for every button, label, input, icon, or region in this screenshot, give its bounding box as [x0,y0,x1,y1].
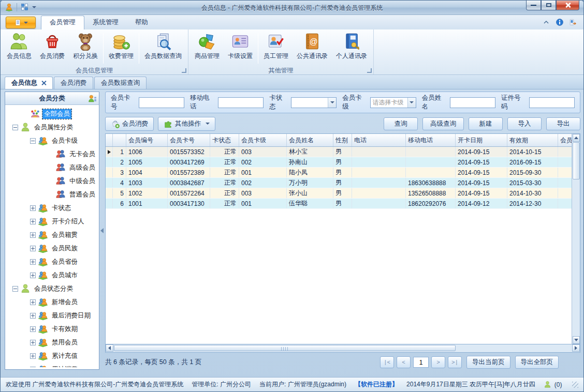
page-input[interactable] [413,357,429,368]
collapse-icon[interactable] [30,138,36,144]
filter-input-id-number[interactable] [529,97,575,108]
minimize-ribbon-icon[interactable] [542,18,550,26]
tree-item-all-members[interactable]: 全部会员 [5,107,99,120]
table-row[interactable]: 510020015572264正常003张小山男135265088882014-… [106,188,580,199]
column-header-gender[interactable]: 性别 [333,134,352,146]
collapse-sidebar-icon[interactable] [100,228,104,233]
tree-item-disabled-members[interactable]: 禁用会员 [5,336,99,349]
dialog-launcher-icon[interactable] [182,68,186,73]
chevron-down-icon[interactable] [407,98,416,108]
ribbon-button-public-contacts[interactable]: @公共通讯录 [293,31,332,62]
ribbon-tab-system-mgmt[interactable]: 系统管理 [84,16,127,29]
column-header-mobile[interactable]: 移动电话 [406,134,456,146]
column-header-member_name[interactable]: 会员姓名 [287,134,333,146]
table-row[interactable]: 410030003842687正常002万小明男186306388882014-… [106,178,580,188]
ribbon-button-personal-contacts[interactable]: 个人通讯录 [332,31,371,62]
category-settings-icon[interactable] [88,94,97,103]
tree-item-middle-member[interactable]: 中级会员 [5,174,99,188]
last-page-button[interactable]: >| [448,356,462,368]
export-all-pages-button[interactable]: 导出全部页 [515,356,559,369]
scroll-up-icon[interactable] [573,134,580,142]
tree-item-card-level[interactable]: 会员卡级 [5,134,99,147]
tree-item-total-recharge[interactable]: 累计充值 [5,349,99,363]
filter-select-card-level[interactable]: 请选择卡级 [370,97,416,108]
expand-icon[interactable] [30,246,36,251]
expand-icon[interactable] [30,326,36,332]
expand-icon[interactable] [30,340,36,345]
export-current-page-button[interactable]: 导出当前页 [466,356,510,369]
action-button-member-consume[interactable]: 会员消费 [105,117,154,131]
first-page-button[interactable]: |< [380,356,394,368]
horizontal-scroll-thumb[interactable] [114,345,456,351]
column-header-card_status[interactable]: 卡状态 [210,134,239,146]
ribbon-button-card-level-setting[interactable]: 卡级设置 [224,31,257,62]
ribbon-button-points-exchange[interactable]: 积分兑换 [69,31,102,62]
table-row[interactable]: 110060015573352正常003林小宝男2014-09-152014-1… [106,147,580,157]
action-button-new[interactable]: 新建 [469,117,503,130]
action-button-import[interactable]: 导入 [507,117,542,130]
ribbon-button-goods-mgmt[interactable]: 商品管理 [191,31,224,62]
expand-icon[interactable] [30,353,36,359]
column-header-open_date[interactable]: 开卡日期 [456,134,507,146]
tree-item-status-category[interactable]: 会员状态分类 [5,282,99,295]
next-page-button[interactable]: > [431,356,445,368]
table-row[interactable]: 210050003417269正常002孙南山男2014-09-152016-0… [106,157,580,168]
tree-item-ethnic[interactable]: 会员民族 [5,242,99,255]
ribbon-button-fee-mgmt[interactable]: 收费管理 [105,31,138,62]
tree-item-normal-member[interactable]: 普通会员 [5,188,99,201]
expand-icon[interactable] [30,367,36,368]
application-menu-button[interactable] [6,17,36,28]
tree-item-attr-category[interactable]: 会员属性分类 [5,120,99,134]
expand-icon[interactable] [30,313,36,319]
info-icon[interactable] [556,18,564,26]
collapse-icon[interactable] [12,286,18,292]
ribbon-button-member-info[interactable]: 会员信息 [3,31,36,62]
vertical-scroll-thumb[interactable] [573,142,580,179]
filter-select-card-status[interactable] [291,97,337,108]
tree-item-card-valid[interactable]: 卡有效期 [5,322,99,336]
ribbon-button-staff-mgmt[interactable]: 员工管理 [259,31,293,62]
expand-icon[interactable] [30,205,36,211]
expand-icon[interactable] [30,273,36,278]
expand-icon[interactable] [30,219,36,224]
chevron-down-icon[interactable] [328,98,336,108]
tree-item-new-members[interactable]: 新增会员 [5,295,99,309]
tree-item-senior-member[interactable]: 高级会员 [5,161,99,174]
table-row[interactable]: 610010003417130正常001伍华聪男186202920762014-… [106,199,580,209]
scroll-down-icon[interactable] [573,336,580,344]
expand-icon[interactable] [30,232,36,238]
tree-item-city[interactable]: 会员城市 [5,268,99,282]
tree-item-province[interactable]: 会员省份 [5,255,99,268]
ribbon-tab-help[interactable]: 帮助 [127,16,156,29]
doc-tab-member-info[interactable]: 会员信息 [5,77,53,89]
close-tab-icon[interactable] [41,81,46,85]
filter-input-card-no[interactable] [139,97,184,108]
column-header-member_no[interactable]: 会员编号 [126,134,168,146]
column-header-valid_date[interactable]: 有效期 [507,134,558,146]
ribbon-button-member-consume[interactable]: 会员消费 [36,31,69,62]
prev-page-button[interactable]: < [397,356,411,368]
splitter[interactable] [99,92,105,370]
column-header-card_no[interactable]: 会员卡号 [168,134,210,146]
ribbon-tab-member-mgmt[interactable]: 会员管理 [41,16,84,29]
registered-link[interactable]: 【软件已注册】 [355,380,398,389]
close-button[interactable] [556,1,579,10]
action-button-query[interactable]: 查询 [384,117,418,130]
tree-item-card-introducer[interactable]: 开卡介绍人 [5,215,99,228]
column-header-card_level[interactable]: 会员卡级 [239,134,287,146]
action-button-export[interactable]: 导出 [546,117,580,130]
horizontal-scrollbar[interactable] [105,344,580,353]
doc-tab-member-data-query[interactable]: 会员数据查询 [94,77,147,89]
tree-item-total-consume[interactable]: 累计消费 [5,363,99,367]
column-header-phone[interactable]: 电话 [352,134,406,146]
table-row[interactable]: 310040015572389正常001陆小凤男2014-09-152015-0… [106,168,580,178]
action-button-advanced-query[interactable]: 高级查询 [422,117,464,130]
tree-item-card-status[interactable]: 卡状态 [5,201,99,215]
dialog-launcher-icon[interactable] [367,68,372,73]
filter-input-mobile[interactable] [218,97,264,108]
doc-tab-member-consume[interactable]: 会员消费 [54,77,93,89]
scroll-right-icon[interactable] [572,344,580,352]
filter-input-member-name[interactable] [450,97,495,108]
tree-item-no-card-member[interactable]: 无卡会员 [5,147,99,161]
maximize-button[interactable] [541,1,556,10]
